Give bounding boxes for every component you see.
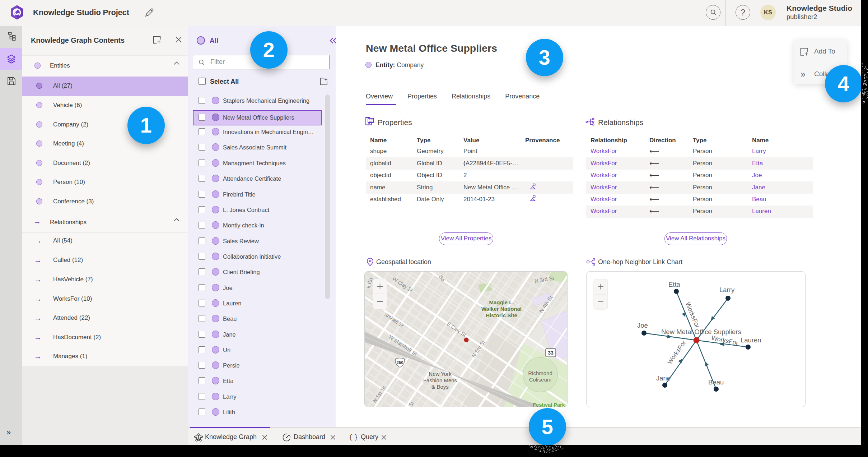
- svg-text:Jane: Jane: [656, 374, 671, 382]
- svg-text:WorksFor: WorksFor: [711, 334, 739, 346]
- svg-text:Beau: Beau: [708, 378, 724, 386]
- svg-text:WorksFor: WorksFor: [666, 339, 687, 365]
- svg-text:Fashion Mens: Fashion Mens: [423, 377, 457, 383]
- svg-text:WorksFor: WorksFor: [684, 301, 701, 329]
- svg-text:Etta: Etta: [668, 281, 681, 288]
- svg-text:Coliseum: Coliseum: [529, 377, 552, 383]
- svg-text:Festival Park: Festival Park: [533, 402, 565, 407]
- svg-text:New York: New York: [429, 371, 452, 377]
- svg-text:Larry: Larry: [719, 286, 735, 294]
- svg-text:Historic Site: Historic Site: [486, 312, 517, 318]
- svg-text:Walker National: Walker National: [481, 306, 522, 312]
- svg-text:New Metal Office Suppliers: New Metal Office Suppliers: [661, 328, 741, 336]
- svg-text:& Boys: & Boys: [431, 384, 449, 390]
- svg-text:Lauren: Lauren: [741, 336, 761, 344]
- svg-text:Joe: Joe: [637, 322, 648, 329]
- svg-text:Maggie L.: Maggie L.: [489, 299, 514, 305]
- svg-text:250: 250: [396, 360, 403, 365]
- svg-text:33: 33: [548, 350, 554, 356]
- svg-text:Richmond: Richmond: [528, 370, 552, 376]
